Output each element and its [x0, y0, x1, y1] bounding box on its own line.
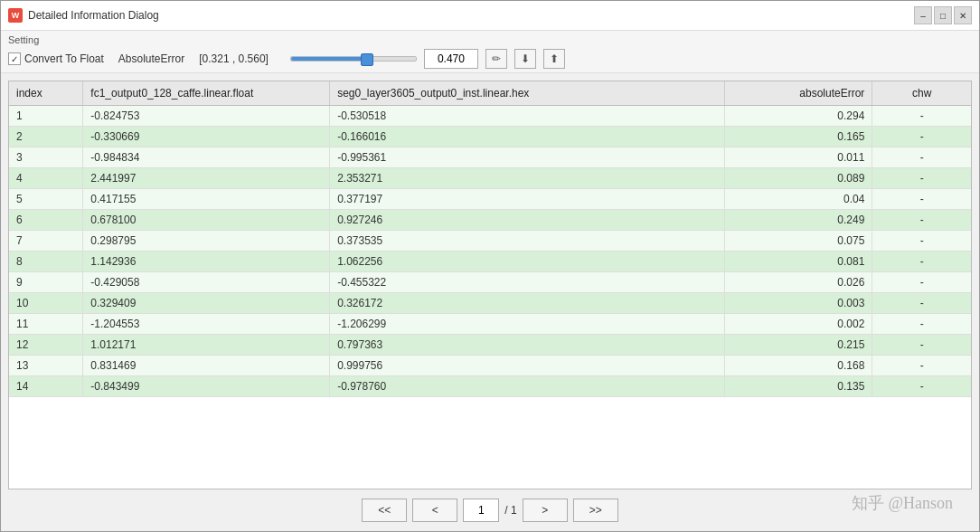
table-row[interactable]: 2-0.330669-0.1660160.165-	[9, 127, 971, 147]
pagination: << < / 1 > >>	[1, 489, 979, 531]
table-row[interactable]: 60.6781000.9272460.249-	[9, 210, 971, 231]
col-header-abs-error: absoluteError	[724, 81, 872, 106]
table-row[interactable]: 81.1429361.0622560.081-	[9, 252, 971, 272]
title-bar: W Detailed Information Dialog – □ ✕	[1, 1, 979, 31]
table-row[interactable]: 100.3294090.3261720.003-	[9, 293, 971, 314]
value-input[interactable]	[424, 49, 478, 69]
watermark: 知乎 @Hanson	[852, 492, 953, 514]
table-header-row: index fc1_output0_128_caffe.linear.float…	[9, 81, 971, 106]
range-label: [0.321 , 0.560]	[199, 52, 269, 65]
convert-checkbox[interactable]: ✓	[8, 52, 21, 65]
table-row[interactable]: 9-0.429058-0.4553220.026-	[9, 272, 971, 293]
table-row[interactable]: 3-0.984834-0.9953610.011-	[9, 147, 971, 168]
data-table: index fc1_output0_128_caffe.linear.float…	[9, 81, 971, 397]
table-row[interactable]: 1-0.824753-0.5305180.294-	[9, 106, 971, 127]
slider-fill	[291, 57, 366, 61]
main-window: W Detailed Information Dialog – □ ✕ Sett…	[0, 0, 980, 532]
maximize-button[interactable]: □	[934, 6, 952, 24]
edit-icon-button[interactable]: ✏	[485, 49, 507, 69]
convert-checkbox-container[interactable]: ✓ Convert To Float	[8, 52, 104, 65]
slider-track[interactable]	[290, 56, 417, 62]
slider-thumb[interactable]	[361, 53, 373, 66]
table-row[interactable]: 70.2987950.3735350.075-	[9, 231, 971, 252]
up-icon-button[interactable]: ⬆	[543, 49, 565, 69]
table-row[interactable]: 42.4419972.3532710.089-	[9, 168, 971, 189]
page-number-input[interactable]	[463, 499, 499, 522]
table-row[interactable]: 14-0.843499-0.9787600.135-	[9, 376, 971, 397]
last-page-button[interactable]: >>	[573, 499, 618, 522]
table-body: 1-0.824753-0.5305180.294-2-0.330669-0.16…	[9, 106, 971, 397]
table-row[interactable]: 50.4171550.3771970.04-	[9, 189, 971, 210]
next-page-button[interactable]: >	[523, 499, 568, 522]
table-row[interactable]: 11-1.204553-1.2062990.002-	[9, 314, 971, 335]
down-icon-button[interactable]: ⬇	[514, 49, 536, 69]
error-type-label: AbsoluteError	[118, 52, 184, 65]
toolbar-row: ✓ Convert To Float AbsoluteError [0.321 …	[8, 49, 972, 69]
down-arrow-icon: ⬇	[521, 52, 530, 65]
edit-icon: ✏	[492, 52, 501, 65]
page-total: / 1	[504, 504, 516, 517]
data-table-container: index fc1_output0_128_caffe.linear.float…	[8, 81, 972, 489]
setting-label: Setting	[8, 34, 972, 45]
app-icon: W	[8, 8, 23, 23]
table-row[interactable]: 121.0121710.7973630.215-	[9, 335, 971, 356]
table-row[interactable]: 130.8314690.9997560.168-	[9, 356, 971, 376]
col-header-index: index	[9, 81, 83, 106]
window-title: Detailed Information Dialog	[28, 9, 909, 22]
col-header-float: fc1_output0_128_caffe.linear.float	[83, 81, 330, 106]
toolbar: Setting ✓ Convert To Float AbsoluteError…	[1, 31, 979, 73]
close-button[interactable]: ✕	[954, 6, 972, 24]
up-arrow-icon: ⬆	[550, 52, 559, 65]
prev-page-button[interactable]: <	[412, 499, 457, 522]
window-controls: – □ ✕	[914, 6, 972, 24]
convert-label: Convert To Float	[24, 52, 104, 65]
first-page-button[interactable]: <<	[362, 499, 407, 522]
table-scroll[interactable]: index fc1_output0_128_caffe.linear.float…	[9, 81, 971, 489]
col-header-hex: seg0_layer3605_output0_inst.linear.hex	[330, 81, 725, 106]
col-header-chw: chw	[872, 81, 971, 106]
minimize-button[interactable]: –	[914, 6, 932, 24]
slider-container	[290, 56, 417, 62]
